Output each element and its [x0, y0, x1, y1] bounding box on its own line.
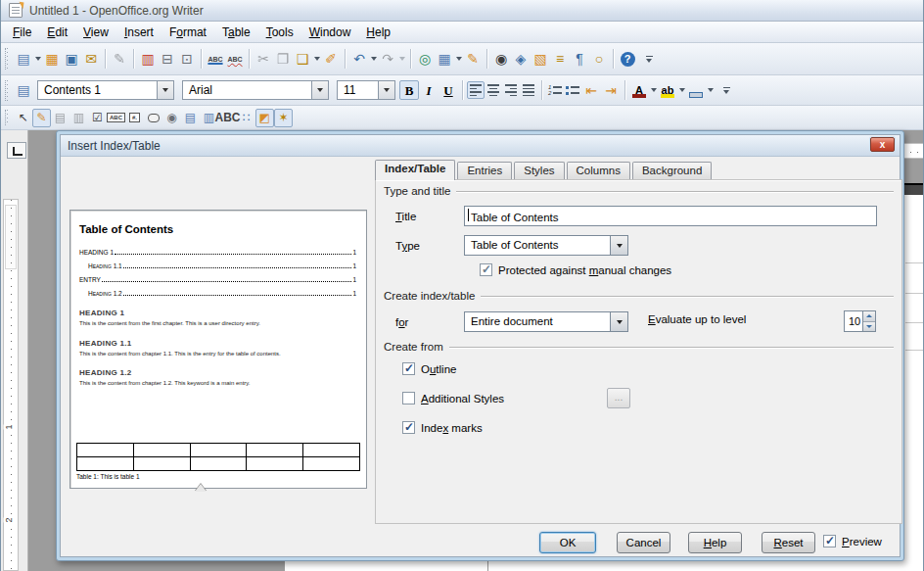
spellcheck-icon[interactable]: ABC: [206, 49, 225, 69]
background-color-dropdown[interactable]: [706, 80, 715, 100]
background-color-button[interactable]: [686, 80, 706, 100]
align-justify-button[interactable]: [520, 81, 537, 99]
menu-format[interactable]: Format: [162, 23, 214, 42]
checkbox-control-icon[interactable]: ☑: [88, 109, 107, 127]
dialog-titlebar[interactable]: Insert Index/Table: [61, 135, 900, 157]
toolbar-overflow-button[interactable]: [643, 56, 655, 63]
tab-entries[interactable]: Entries: [457, 162, 512, 180]
insert-table-icon[interactable]: ▦: [435, 49, 454, 69]
spinner-up-button[interactable]: [863, 311, 875, 322]
index-marks-checkbox[interactable]: [402, 421, 415, 434]
gallery-icon[interactable]: ▧: [531, 49, 550, 69]
title-input[interactable]: [464, 206, 877, 226]
option-button-control-icon[interactable]: ◉: [162, 109, 181, 127]
font-size-combo[interactable]: 11: [337, 80, 395, 100]
paste-dropdown[interactable]: [312, 49, 321, 69]
tab-index-table[interactable]: Index/Table: [375, 160, 455, 180]
menu-window[interactable]: Window: [301, 23, 359, 42]
tab-stop-selector[interactable]: [7, 142, 26, 159]
underline-button[interactable]: U: [439, 80, 458, 100]
spinner-down-button[interactable]: [863, 322, 875, 332]
for-dropdown-button[interactable]: [610, 312, 627, 331]
protected-checkbox[interactable]: [480, 263, 492, 276]
paragraph-style-dropdown[interactable]: [157, 81, 173, 99]
find-replace-icon[interactable]: ◉: [491, 49, 511, 69]
font-color-dropdown[interactable]: [649, 80, 658, 100]
decrease-indent-button[interactable]: ⇤: [581, 80, 601, 100]
align-left-button[interactable]: [467, 81, 485, 99]
menu-edit[interactable]: Edit: [39, 23, 75, 42]
font-size-dropdown[interactable]: [378, 81, 394, 99]
help-button[interactable]: Help: [688, 532, 742, 553]
tab-background[interactable]: Background: [632, 162, 712, 180]
navigator-icon[interactable]: ◈: [511, 49, 531, 69]
tab-columns[interactable]: Columns: [567, 162, 630, 180]
toolbar-overflow-button[interactable]: [720, 87, 732, 94]
vertical-ruler[interactable]: 1 2 3: [3, 199, 19, 571]
italic-button[interactable]: I: [419, 80, 439, 100]
email-document-icon[interactable]: ✉: [81, 49, 101, 69]
increase-indent-button[interactable]: ⇥: [601, 80, 621, 100]
edit-file-icon[interactable]: ✎: [110, 49, 129, 69]
evaluate-level-spinner[interactable]: 10: [844, 310, 876, 332]
help-icon[interactable]: ?: [618, 49, 637, 69]
design-mode-icon[interactable]: ✎: [32, 109, 51, 127]
more-controls-icon[interactable]: ∷: [237, 109, 255, 127]
toolbar-handle[interactable]: [5, 110, 10, 126]
highlighting-button[interactable]: ab: [658, 80, 677, 100]
page-preview-icon[interactable]: ⊡: [177, 49, 197, 69]
align-right-button[interactable]: [502, 81, 520, 99]
highlighting-dropdown[interactable]: [677, 80, 686, 100]
open-icon[interactable]: ▦: [42, 49, 62, 69]
paragraph-style-combo[interactable]: Contents 1: [37, 80, 174, 100]
numbered-list-button[interactable]: [546, 81, 564, 99]
dialog-close-button[interactable]: x: [870, 137, 895, 152]
form-design-icon[interactable]: ◩: [255, 109, 274, 127]
wizards-icon[interactable]: ✶: [274, 109, 293, 127]
ok-button[interactable]: OK: [539, 532, 596, 553]
for-dropdown[interactable]: Entire document: [464, 311, 628, 332]
redo-dropdown[interactable]: [397, 49, 406, 69]
nonprinting-characters-icon[interactable]: ¶: [570, 49, 589, 69]
label-field-icon[interactable]: ABC: [218, 109, 237, 127]
type-dropdown-button[interactable]: [610, 236, 627, 255]
font-name-dropdown[interactable]: [311, 81, 328, 99]
redo-icon[interactable]: ↷: [378, 49, 397, 69]
undo-icon[interactable]: ↶: [349, 49, 369, 69]
menu-table[interactable]: Table: [214, 23, 258, 42]
type-dropdown[interactable]: Table of Contents: [464, 235, 628, 256]
text-box-control-icon[interactable]: ABC: [107, 109, 125, 127]
formatted-field-icon[interactable]: #.: [125, 109, 144, 127]
font-name-combo[interactable]: Arial: [182, 80, 329, 100]
save-icon[interactable]: ▣: [62, 49, 81, 69]
menu-insert[interactable]: Insert: [116, 23, 162, 42]
new-document-button[interactable]: ▤: [14, 49, 33, 69]
menu-view[interactable]: View: [75, 23, 116, 42]
paste-icon[interactable]: ❑: [293, 49, 312, 69]
zoom-icon[interactable]: ○: [589, 49, 609, 69]
form-properties-icon[interactable]: ▤: [51, 109, 69, 127]
draw-functions-icon[interactable]: ✎: [463, 49, 483, 69]
select-arrow-icon[interactable]: ↖: [14, 109, 32, 127]
reset-button[interactable]: Reset: [762, 532, 815, 553]
bullet-list-button[interactable]: [564, 81, 581, 99]
copy-icon[interactable]: ❐: [273, 49, 293, 69]
align-center-button[interactable]: [485, 81, 502, 99]
additional-styles-more-button[interactable]: ...: [607, 388, 630, 408]
menu-file[interactable]: File: [5, 23, 39, 42]
menu-help[interactable]: Help: [358, 23, 398, 42]
toolbar-handle[interactable]: [5, 48, 10, 70]
additional-styles-checkbox[interactable]: [402, 392, 415, 404]
list-box-control-icon[interactable]: ▤: [181, 109, 200, 127]
new-document-dropdown[interactable]: [33, 49, 42, 69]
preview-checkbox[interactable]: [823, 535, 836, 547]
control-properties-icon[interactable]: ▥: [69, 109, 88, 127]
horizontal-ruler[interactable]: [903, 143, 924, 159]
autospellcheck-icon[interactable]: ABC: [225, 49, 245, 69]
data-sources-icon[interactable]: ≡: [550, 49, 570, 69]
format-paintbrush-icon[interactable]: ✐: [321, 49, 341, 69]
menu-tools[interactable]: Tools: [258, 23, 301, 42]
export-pdf-icon[interactable]: ▥: [138, 49, 158, 69]
font-color-button[interactable]: A: [629, 80, 649, 100]
cancel-button[interactable]: Cancel: [617, 532, 670, 553]
